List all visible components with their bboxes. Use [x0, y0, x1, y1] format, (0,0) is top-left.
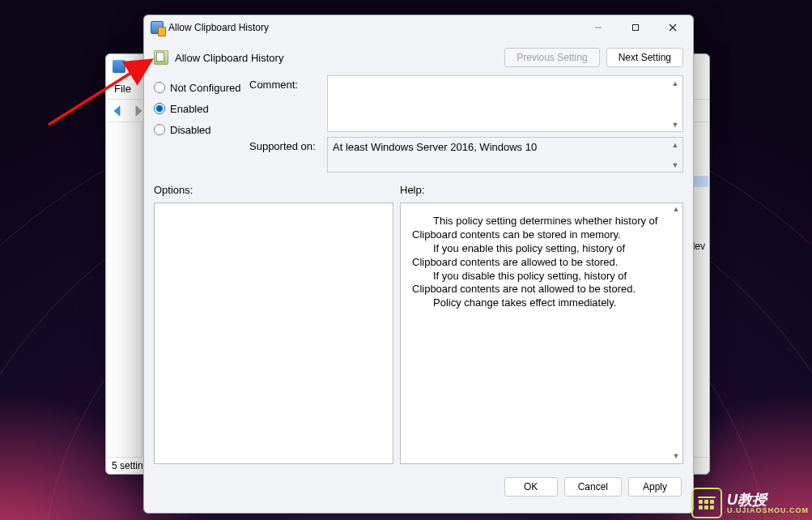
svg-rect-1: [633, 25, 639, 31]
radio-not-configured-input[interactable]: [154, 82, 165, 93]
policy-dialog: Allow Clipboard History Allow Clipboard …: [143, 15, 694, 514]
help-paragraph-3: If you disable this policy setting, hist…: [412, 270, 661, 297]
options-label: Options:: [154, 184, 393, 196]
menu-file[interactable]: File: [114, 83, 131, 95]
maximize-button[interactable]: [617, 15, 654, 40]
watermark: U教授 U.UJIAOSHOU.COM: [691, 488, 809, 518]
radio-enabled-input[interactable]: [154, 103, 165, 114]
dialog-titlebar[interactable]: Allow Clipboard History: [144, 15, 693, 40]
radio-not-configured[interactable]: Not Configured: [154, 77, 249, 98]
selected-row-fragment: [692, 176, 708, 187]
previous-setting-button[interactable]: Previous Setting: [504, 48, 599, 67]
scroll-down-icon[interactable]: ▼: [669, 118, 682, 130]
scroll-up-icon[interactable]: ▲: [669, 139, 682, 151]
watermark-icon: [691, 488, 722, 518]
radio-enabled-label: Enabled: [170, 103, 209, 115]
close-button[interactable]: [654, 15, 691, 40]
scroll-up-icon[interactable]: ▲: [670, 203, 682, 216]
supported-textbox: At least Windows Server 2016, Windows 10…: [327, 137, 683, 173]
scroll-up-icon[interactable]: ▲: [669, 77, 682, 89]
gpedit-tree-pane[interactable]: [107, 124, 142, 456]
nav-back-icon[interactable]: [111, 104, 125, 118]
supported-value: At least Windows Server 2016, Windows 10: [333, 141, 537, 153]
help-paragraph-2: If you enable this policy setting, histo…: [412, 242, 661, 270]
radio-disabled[interactable]: Disabled: [154, 119, 249, 140]
policy-header-title: Allow Clipboard History: [175, 52, 283, 64]
state-radio-group: Not Configured Enabled Disabled: [154, 75, 249, 140]
cancel-button[interactable]: Cancel: [564, 477, 622, 497]
comment-textarea[interactable]: ▲ ▼: [327, 75, 683, 132]
supported-label: Supported on:: [249, 137, 327, 152]
gpedit-title-text: Lo: [130, 61, 142, 73]
supported-scrollbar[interactable]: ▲ ▼: [669, 139, 682, 171]
policy-header-icon: [154, 50, 168, 65]
scroll-track[interactable]: [670, 216, 682, 450]
help-label: Help:: [400, 184, 424, 196]
policy-app-icon: [151, 21, 164, 34]
next-setting-button[interactable]: Next Setting: [606, 48, 683, 67]
radio-disabled-input[interactable]: [154, 124, 165, 135]
dialog-title: Allow Clipboard History: [168, 22, 269, 33]
scroll-down-icon[interactable]: ▼: [669, 159, 682, 171]
gpedit-app-icon: [113, 60, 125, 73]
comment-scrollbar[interactable]: ▲ ▼: [669, 77, 682, 130]
ok-button[interactable]: OK: [504, 477, 558, 497]
help-paragraph-1: This policy setting determines whether h…: [412, 215, 661, 242]
radio-disabled-label: Disabled: [170, 124, 211, 136]
help-panel[interactable]: This policy setting determines whether h…: [400, 202, 683, 464]
watermark-brand: U教授: [727, 492, 809, 507]
apply-button[interactable]: Apply: [628, 477, 682, 497]
watermark-url: U.UJIAOSHOU.COM: [727, 507, 809, 514]
radio-not-configured-label: Not Configured: [170, 82, 240, 94]
radio-enabled[interactable]: Enabled: [154, 98, 249, 119]
options-panel[interactable]: [154, 202, 393, 464]
minimize-button[interactable]: [580, 15, 617, 40]
comment-label: Comment:: [249, 75, 327, 91]
scroll-down-icon[interactable]: ▼: [670, 450, 682, 463]
help-paragraph-4: Policy change takes effect immediately.: [412, 296, 661, 310]
help-scrollbar[interactable]: ▲ ▼: [670, 203, 682, 463]
